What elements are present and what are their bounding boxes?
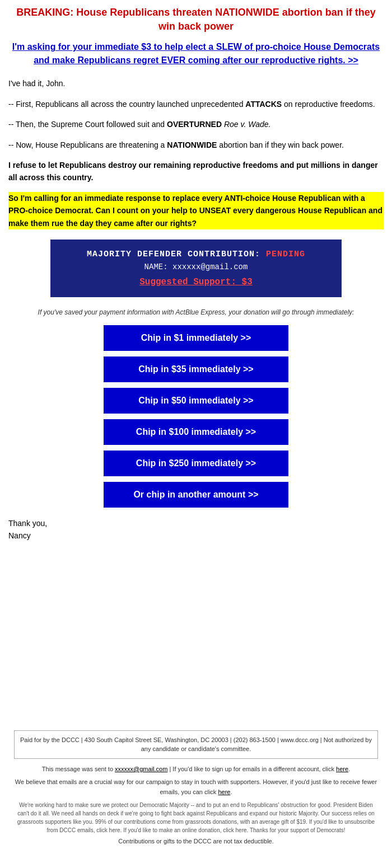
chip-100-button[interactable]: Chip in $100 immediately >> bbox=[104, 419, 288, 445]
cta-link[interactable]: I'm asking for your immediate $3 to help… bbox=[8, 40, 384, 67]
footer-not-deductible: Contributions or gifts to the DCCC are n… bbox=[14, 838, 378, 844]
pending-badge: PENDING bbox=[266, 250, 305, 259]
footer-fewer-emails: We believe that emails are a crucial way… bbox=[14, 777, 378, 797]
footer-paid-by: Paid for by the DCCC | 430 South Capitol… bbox=[14, 730, 378, 759]
footer-email-note: This message was sent to xxxxxx@gmail.co… bbox=[14, 764, 378, 775]
footer-email-link[interactable]: xxxxxx@gmail.com bbox=[115, 766, 167, 772]
thank-you-text: Thank you, bbox=[8, 519, 384, 528]
greeting-text: I've had it, John. bbox=[8, 77, 384, 90]
chip-1-button[interactable]: Chip in $1 immediately >> bbox=[104, 325, 288, 351]
contribution-title: MAJORITY DEFENDER CONTRIBUTION: PENDING bbox=[62, 250, 330, 259]
para4-text: I refuse to let Republicans destroy our … bbox=[8, 159, 384, 184]
footer-here2-link[interactable]: here bbox=[218, 789, 230, 795]
contribution-name: NAME: xxxxxx@gmail.com bbox=[62, 262, 330, 271]
chip-other-button[interactable]: Or chip in another amount >> bbox=[104, 482, 288, 508]
breaking-headline: BREAKING: House Republicans threaten NAT… bbox=[8, 6, 384, 34]
signature-text: Nancy bbox=[8, 531, 384, 540]
para3-text: -- Now, House Republicans are threatenin… bbox=[8, 139, 384, 151]
highlighted-text: So I'm calling for an immediate response… bbox=[8, 192, 384, 229]
chip-250-button[interactable]: Chip in $250 immediately >> bbox=[104, 451, 288, 476]
chip-35-button[interactable]: Chip in $35 immediately >> bbox=[104, 356, 288, 382]
suggested-support: Suggested Support: $3 bbox=[62, 277, 330, 287]
footer-here1-link[interactable]: here bbox=[336, 766, 348, 772]
chip-50-button[interactable]: Chip in $50 immediately >> bbox=[104, 388, 288, 414]
para1-text: -- First, Republicans all across the cou… bbox=[8, 98, 384, 110]
actblue-note: If you've saved your payment information… bbox=[8, 307, 384, 317]
para2-text: -- Then, the Supreme Court followed suit… bbox=[8, 118, 384, 130]
contribution-box: MAJORITY DEFENDER CONTRIBUTION: PENDING … bbox=[50, 240, 342, 297]
footer-fine-print: We're working hard to make sure we prote… bbox=[14, 801, 378, 834]
donation-buttons-container: Chip in $1 immediately >> Chip in $35 im… bbox=[8, 325, 384, 508]
